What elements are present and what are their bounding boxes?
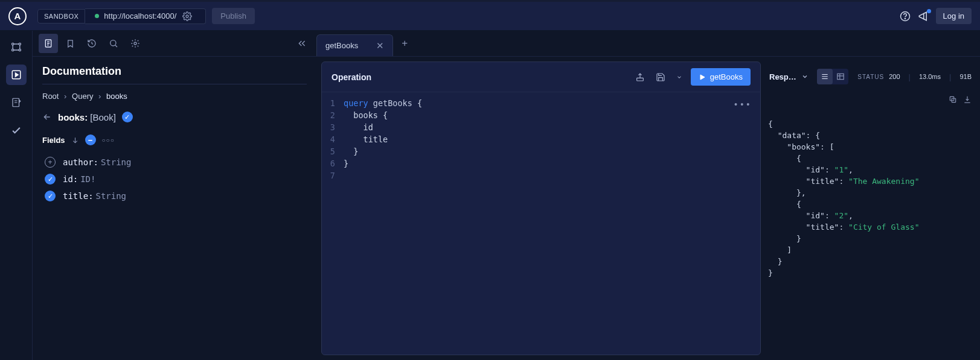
- env-badge: SANDBOX: [37, 9, 85, 24]
- breadcrumb-query[interactable]: Query: [72, 92, 93, 101]
- fields-header: Fields − ○○○: [42, 134, 307, 145]
- schema-icon[interactable]: [6, 37, 27, 57]
- breadcrumb: Root › Query › books: [42, 92, 307, 101]
- search-icon[interactable]: [104, 34, 123, 53]
- type-return[interactable]: [Book]: [90, 112, 116, 122]
- operation-header: Operation getBooks: [322, 62, 760, 92]
- checks-icon[interactable]: [6, 120, 27, 141]
- publish-button[interactable]: Publish: [212, 8, 255, 24]
- response-header: Resp… STATUS 200 | 13: [766, 62, 975, 92]
- status-code: 200: [889, 73, 900, 80]
- editor-more-icon[interactable]: •••: [734, 98, 752, 110]
- chevron-right-icon: ›: [64, 92, 66, 101]
- svg-point-5: [11, 49, 13, 51]
- explorer-icon[interactable]: [6, 65, 27, 85]
- app-header: A SANDBOX Publish Log in: [0, 2, 980, 31]
- run-label: getBooks: [710, 72, 743, 81]
- field-name: id:: [63, 174, 78, 184]
- field-name: title:: [63, 191, 94, 201]
- code-editor[interactable]: 1 2 3 4 5 6 7 query getBooks { books { i…: [322, 92, 760, 186]
- field-row-author[interactable]: + author: String: [42, 154, 307, 171]
- endpoint-box[interactable]: [85, 8, 206, 24]
- svg-rect-12: [636, 78, 643, 81]
- chevron-down-icon[interactable]: [674, 72, 685, 83]
- chevron-right-icon: ›: [98, 92, 101, 101]
- breadcrumb-root[interactable]: Root: [42, 92, 59, 101]
- tab-getbooks[interactable]: getBooks ✕: [316, 34, 393, 56]
- type-row: books: [Book] ✓: [42, 112, 307, 122]
- svg-point-6: [19, 49, 21, 51]
- notification-dot-icon: [927, 9, 931, 13]
- endpoint-input[interactable]: [104, 11, 182, 21]
- download-icon[interactable]: [963, 95, 972, 104]
- tab-bar: getBooks ✕ +: [316, 31, 980, 57]
- divider: [42, 84, 307, 84]
- docs-toolbar: [33, 31, 316, 57]
- apollo-logo[interactable]: A: [8, 7, 27, 25]
- bookmark-icon[interactable]: [60, 34, 80, 53]
- operation-panel: Operation getBooks: [321, 62, 761, 355]
- fields-label: Fields: [42, 136, 65, 145]
- checked-field-icon[interactable]: ✓: [45, 174, 56, 185]
- share-icon[interactable]: [633, 70, 647, 84]
- confirm-check-icon[interactable]: ✓: [122, 112, 133, 122]
- close-icon[interactable]: ✕: [376, 40, 384, 51]
- sort-icon[interactable]: [71, 136, 79, 144]
- field-row-title[interactable]: ✓ title: String: [42, 188, 307, 204]
- response-panel: Resp… STATUS 200 | 13: [761, 62, 975, 355]
- code-body[interactable]: query getBooks { books { id title } }: [344, 97, 760, 182]
- response-label: Resp…: [769, 72, 796, 81]
- response-body[interactable]: { "data": { "books": [ { "id": "1", "tit…: [766, 92, 975, 355]
- line-gutter: 1 2 3 4 5 6 7: [322, 97, 344, 182]
- new-tab-icon[interactable]: +: [393, 37, 416, 49]
- svg-point-10: [110, 40, 116, 46]
- chevron-down-icon[interactable]: [801, 73, 809, 80]
- save-icon[interactable]: [653, 70, 668, 84]
- diff-icon[interactable]: [6, 92, 27, 113]
- response-time: 13.0ms: [919, 73, 941, 80]
- docs-title: Documentation: [42, 65, 307, 78]
- type-name: books:: [58, 112, 88, 122]
- field-type[interactable]: String: [95, 191, 126, 201]
- field-type[interactable]: ID!: [80, 174, 95, 184]
- collapse-icon[interactable]: [293, 39, 310, 48]
- operation-title: Operation: [331, 72, 371, 82]
- svg-point-2: [905, 18, 905, 19]
- deselect-all-icon[interactable]: −: [85, 134, 96, 145]
- field-row-id[interactable]: ✓ id: ID!: [42, 171, 307, 188]
- status-dot-icon: [95, 14, 99, 18]
- settings-icon[interactable]: [126, 34, 145, 53]
- add-field-icon[interactable]: +: [45, 157, 56, 168]
- tab-label: getBooks: [325, 41, 358, 50]
- run-button[interactable]: getBooks: [691, 68, 751, 86]
- logo-letter: A: [14, 11, 21, 21]
- view-toggle: [817, 69, 848, 84]
- copy-icon[interactable]: [949, 95, 957, 104]
- status-label: STATUS: [857, 74, 884, 80]
- more-icon[interactable]: ○○○: [102, 137, 115, 144]
- docs-tab-icon[interactable]: [39, 34, 58, 53]
- svg-rect-13: [837, 74, 844, 79]
- back-arrow-icon[interactable]: [42, 112, 52, 122]
- response-size: 91B: [959, 73, 972, 80]
- breadcrumb-current: books: [106, 92, 127, 101]
- docs-panel: Documentation Root › Query › books books…: [33, 31, 316, 360]
- history-icon[interactable]: [82, 34, 101, 53]
- table-view-icon[interactable]: [833, 69, 848, 84]
- login-button[interactable]: Log in: [936, 8, 972, 24]
- svg-point-4: [19, 43, 21, 45]
- field-name: author:: [63, 157, 98, 167]
- svg-point-0: [186, 15, 188, 17]
- checked-field-icon[interactable]: ✓: [45, 191, 56, 201]
- help-icon[interactable]: [896, 7, 914, 25]
- svg-point-11: [134, 42, 136, 45]
- announcements-icon[interactable]: [914, 7, 932, 25]
- field-type[interactable]: String: [101, 157, 132, 167]
- nav-rail: [0, 31, 33, 360]
- svg-point-3: [11, 43, 13, 45]
- gear-icon[interactable]: [182, 11, 192, 21]
- json-view-icon[interactable]: [817, 69, 833, 84]
